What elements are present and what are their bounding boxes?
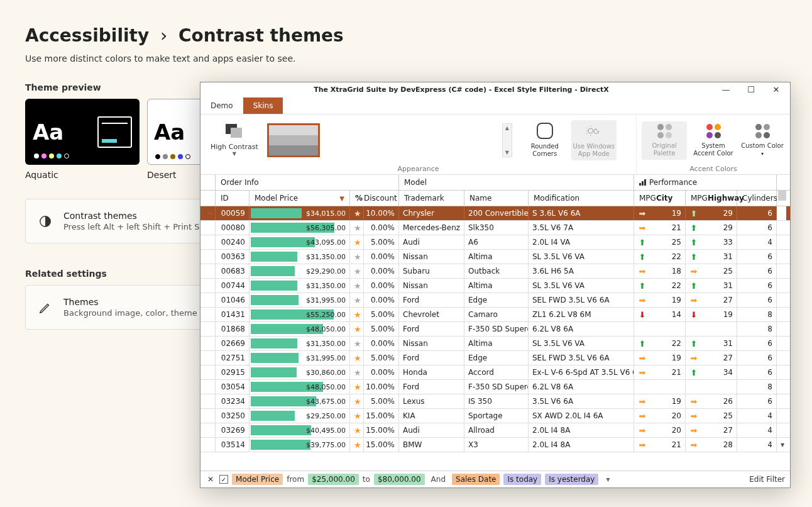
cell-price: $29,250.00 [250, 409, 350, 423]
cell-trademark: Lexus [399, 394, 464, 408]
col-model-price[interactable]: Model Price ▼ [250, 191, 350, 206]
filter-value-chip[interactable]: $80,000.00 [374, 474, 425, 485]
trend-right-icon: ➡ [638, 267, 647, 276]
cell-star: ★ [350, 438, 364, 452]
rounded-square-icon [537, 123, 553, 139]
band-order-info[interactable]: Order Info [216, 175, 399, 190]
edit-filter-button[interactable]: Edit Filter [749, 475, 785, 484]
gallery-scroll[interactable]: ▲▼ [502, 123, 512, 157]
table-row[interactable]: 03514$39,775.00★15.00%BMWX32.0L I4 8A➡21… [200, 438, 790, 452]
skin-gallery-item[interactable] [267, 123, 320, 157]
breadcrumb-root[interactable]: Accessibility [25, 25, 149, 46]
trend-up-icon: ⬆ [638, 238, 647, 247]
table-row[interactable]: 03234$43,675.00★5.00%LexusIS 3503.5L V6 … [200, 394, 790, 409]
table-row[interactable]: 00240$43,095.00★5.00%AudiA62.0L I4 VA⬆25… [200, 235, 790, 250]
tab-skins[interactable]: Skins [243, 98, 283, 114]
maximize-button[interactable]: ☐ [742, 85, 760, 94]
band-performance[interactable]: Performance [634, 175, 777, 190]
trend-right-icon: ➡ [689, 296, 698, 305]
table-row[interactable]: 03054$48,050.00★10.00%FordF-350 SD Super… [200, 380, 790, 394]
cell-cylinders: 4 [737, 438, 777, 452]
filter-op-chip[interactable]: Is today [503, 474, 541, 485]
window-title: The XtraGrid Suite by DevExpress (C# cod… [206, 86, 717, 94]
band-model[interactable]: Model [399, 175, 634, 190]
cell-id: 03250 [216, 409, 250, 423]
filter-dropdown-button[interactable]: ▾ [602, 475, 613, 484]
cell-name: Slk350 [464, 221, 529, 235]
row-indicator [200, 365, 216, 379]
star-icon: ★ [354, 223, 361, 233]
rounded-corners-button[interactable]: Rounded Corners [522, 120, 568, 160]
custom-color-button[interactable]: Custom Color ▾ [740, 121, 785, 160]
table-row[interactable]: 02915$30,860.00★0.00%HondaAccordEx-L V-6… [200, 365, 790, 380]
minimize-button[interactable]: — [717, 85, 735, 94]
breadcrumb-current: Contrast themes [178, 25, 344, 46]
filter-field-chip[interactable]: Sales Date [452, 474, 500, 485]
col-discount[interactable]: %Discount [350, 191, 399, 206]
row-indicator [200, 351, 216, 365]
cell-mpg-city [634, 380, 686, 394]
filter-active-icon[interactable]: ▼ [339, 195, 344, 202]
table-row[interactable]: 02669$31,350.00★0.00%NissanAltimaSL 3.5L… [200, 337, 790, 351]
table-row[interactable]: 01868$48,050.00★5.00%FordF-350 SD Superc… [200, 322, 790, 337]
cell-cylinders: 6 [737, 337, 777, 350]
cell-price: $48,050.00 [250, 322, 350, 336]
table-row[interactable]: ➔00059$34,015.00★10.00%Chrysler200 Conve… [200, 206, 790, 221]
table-row[interactable]: 03269$40,495.00★15.00%AudiAllroad2.0L I4… [200, 423, 790, 438]
trend-up-icon: ⬆ [638, 339, 647, 348]
cell-price: $31,995.00 [250, 351, 350, 365]
close-button[interactable]: ✕ [767, 85, 785, 94]
scroll-down-button[interactable]: ▼ [777, 438, 786, 452]
trend-right-icon: ➡ [638, 397, 647, 406]
cell-mpg-highway: ➡28 [686, 438, 737, 452]
scroll-up-button[interactable]: ▲ [777, 191, 787, 206]
cell-trademark: Ford [399, 351, 464, 365]
table-row[interactable]: 03250$29,250.00★15.00%KIASportageSX AWD … [200, 409, 790, 423]
filter-value-chip[interactable]: $25,000.00 [308, 474, 359, 485]
filter-field-chip[interactable]: Model Price [232, 474, 283, 485]
cell-mpg-highway: ⬇19 [686, 308, 737, 321]
filter-remove-button[interactable]: ✕ [206, 475, 216, 484]
table-row[interactable]: 00683$29,290.00★0.00%SubaruOutback3.6L H… [200, 264, 790, 279]
system-accent-button[interactable]: System Accent Color [691, 121, 736, 160]
filter-op-chip[interactable]: Is yesterday [545, 474, 598, 485]
tab-demo[interactable]: Demo [200, 98, 243, 114]
col-mpg-city[interactable]: MPG City [634, 191, 686, 206]
table-row[interactable]: 01046$31,995.00★0.00%FordEdgeSEL FWD 3.5… [200, 293, 790, 308]
col-cylinders[interactable]: Cylinders [737, 191, 777, 206]
cell-star: ★ [350, 337, 364, 350]
cell-trademark: Honda [399, 365, 464, 379]
app-mode-button[interactable]: Use Windows App Mode [571, 120, 617, 160]
bar-chart-icon [639, 179, 647, 186]
col-id[interactable]: ID [216, 191, 250, 206]
table-row[interactable]: 00744$31,350.00★0.00%NissanAltimaSL 3.5L… [200, 279, 790, 293]
table-row[interactable]: 00363$31,350.00★0.00%NissanAltimaSL 3.5L… [200, 250, 790, 264]
table-row[interactable]: 00080$56,305.00★0.00%Mercedes-BenzSlk350… [200, 221, 790, 235]
trend-right-icon: ➡ [689, 397, 698, 406]
col-trademark[interactable]: Trademark [399, 191, 464, 206]
cell-mpg-highway: ⬆29 [686, 221, 737, 235]
cell-mpg-highway [686, 322, 737, 336]
trend-right-icon: ➡ [638, 411, 647, 421]
card-desc: Press left Alt + left Shift + Print Scre… [63, 222, 222, 231]
row-indicator [200, 308, 216, 321]
trend-right-icon: ➡ [689, 354, 698, 363]
trend-up-icon: ⬆ [689, 223, 698, 233]
table-row[interactable]: 02751$31,995.00★5.00%FordEdgeSEL FWD 3.5… [200, 351, 790, 365]
theme-card-aquatic[interactable]: Aa Aquatic [25, 99, 140, 180]
cell-trademark: Mercedes-Benz [399, 221, 464, 235]
cell-mpg-city: ➡21 [634, 221, 686, 235]
original-palette-button[interactable]: Original Palette [642, 121, 687, 160]
cell-id: 01431 [216, 308, 250, 321]
cell-name: Altima [464, 250, 529, 264]
table-row[interactable]: 01431$55,250.00★5.00%ChevroletCamaroZL1 … [200, 308, 790, 322]
col-name[interactable]: Name [464, 191, 529, 206]
high-contrast-button[interactable]: High Contrast ▼ [206, 121, 263, 159]
ribbon-group-accent: Accent Colors [689, 162, 737, 173]
contrast-icon [38, 214, 52, 228]
cell-id: 02915 [216, 365, 250, 379]
col-mpg-highway[interactable]: MPG Highway [686, 191, 737, 206]
col-modification[interactable]: Modification [529, 191, 634, 206]
filter-enabled-checkbox[interactable]: ✓ [219, 475, 228, 484]
trend-up-icon: ⬆ [689, 339, 698, 348]
